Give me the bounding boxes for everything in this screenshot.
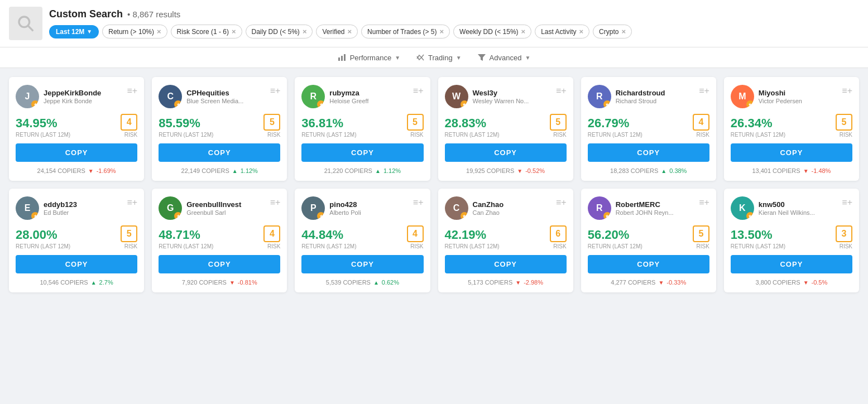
arrow-down-icon: ▼: [229, 280, 235, 286]
return-value: 28.83%: [445, 116, 500, 131]
card-header: C ★ CanZhao Can Zhao ≡+: [445, 196, 567, 220]
filter-weekly-dd[interactable]: Weekly DD (< 15%) ×: [453, 25, 531, 39]
arrow-down-icon: ▼: [803, 280, 809, 286]
filter-return[interactable]: Return (> 10%) ×: [102, 25, 167, 39]
menu-icon[interactable]: ≡+: [699, 86, 709, 96]
filter-risk[interactable]: Risk Score (1 - 6) ×: [171, 25, 242, 39]
copiers-row: 10,546 COPIERS ▲ 2.7%: [16, 279, 137, 286]
menu-icon[interactable]: ≡+: [270, 198, 281, 208]
stats-row: 85.59% RETURN (LAST 12M) 5 RISK: [159, 114, 280, 138]
filter-num-trades-label: Number of Trades (> 5): [367, 28, 437, 36]
filter-last-activity-close-icon[interactable]: ×: [579, 27, 584, 36]
copy-button[interactable]: COPY: [731, 255, 852, 273]
filter-crypto-close-icon[interactable]: ×: [621, 27, 626, 36]
return-value: 26.79%: [588, 116, 642, 131]
realname: Robert JOHN Reyn...: [616, 209, 674, 216]
arrow-down-icon: ▼: [515, 280, 521, 286]
copy-button[interactable]: COPY: [445, 255, 567, 273]
menu-icon[interactable]: ≡+: [556, 198, 567, 208]
filter-weekly-dd-close-icon[interactable]: ×: [521, 27, 526, 36]
menu-icon[interactable]: ≡+: [127, 198, 137, 208]
copy-button[interactable]: COPY: [731, 143, 852, 162]
copy-button[interactable]: COPY: [588, 143, 709, 162]
period-filter-button[interactable]: Last 12M ▼: [49, 25, 99, 39]
filter-daily-dd-label: Daily DD (< 5%): [252, 28, 300, 36]
stats-col-left: 34.95% RETURN (LAST 12M): [16, 116, 70, 138]
filter-risk-close-icon[interactable]: ×: [232, 27, 236, 36]
risk-score: 4: [121, 114, 137, 131]
menu-icon[interactable]: ≡+: [699, 198, 709, 208]
return-value: 56.20%: [588, 228, 642, 242]
copiers-count: 24,154 COPIERS: [37, 167, 85, 174]
stats-row: 34.95% RETURN (LAST 12M) 4 RISK: [16, 114, 137, 138]
filter-crypto-label: Crypto: [599, 28, 618, 36]
avatar: M ★: [731, 85, 754, 108]
copy-button[interactable]: COPY: [301, 143, 423, 162]
arrow-down-icon: ▼: [658, 280, 664, 286]
return-label: RETURN (LAST 12M): [301, 132, 356, 138]
sort-advanced[interactable]: Advanced ▼: [477, 53, 531, 62]
menu-icon[interactable]: ≡+: [270, 86, 281, 96]
stats-row: 36.81% RETURN (LAST 12M) 5 RISK: [301, 114, 423, 138]
copy-button[interactable]: COPY: [445, 143, 567, 162]
bar-chart-icon: [338, 53, 347, 62]
copiers-change: -1.69%: [97, 167, 116, 174]
menu-icon[interactable]: ≡+: [556, 86, 567, 96]
title-row: Custom Search • 8,867 results: [49, 8, 859, 20]
stats-col-right: 4 RISK: [407, 225, 424, 249]
card-user: M ★ Miyoshi Victor Pedersen: [731, 85, 802, 108]
menu-icon[interactable]: ≡+: [842, 198, 852, 208]
filter-verified[interactable]: Verified ×: [316, 25, 358, 39]
username: eddyb123: [44, 200, 77, 209]
copy-button[interactable]: COPY: [16, 143, 137, 162]
avatar: R ★: [301, 85, 325, 108]
copy-button[interactable]: COPY: [588, 255, 709, 273]
filter-daily-dd[interactable]: Daily DD (< 5%) ×: [246, 25, 313, 39]
stats-row: 42.19% RETURN (LAST 12M) 6 RISK: [445, 225, 567, 249]
copy-button[interactable]: COPY: [159, 143, 280, 162]
sort-performance[interactable]: Performance ▼: [338, 53, 400, 62]
svg-marker-5: [478, 54, 486, 61]
card-header: R ★ RobertMERC Robert JOHN Reyn... ≡+: [588, 196, 709, 220]
filter-return-close-icon[interactable]: ×: [157, 27, 161, 36]
copiers-row: 19,925 COPIERS ▼ -0.52%: [445, 167, 567, 174]
avatar: E ★: [16, 196, 39, 220]
stats-row: 44.84% RETURN (LAST 12M) 4 RISK: [301, 225, 423, 249]
filter-verified-close-icon[interactable]: ×: [348, 27, 352, 36]
star-badge: ★: [746, 212, 754, 220]
copiers-count: 13,401 COPIERS: [752, 167, 800, 174]
risk-score: 3: [836, 225, 852, 242]
menu-icon[interactable]: ≡+: [413, 198, 424, 208]
copy-button[interactable]: COPY: [301, 255, 423, 273]
stats-row: 28.83% RETURN (LAST 12M) 5 RISK: [445, 114, 567, 138]
card-header: W ★ Wesl3y Wesley Warren No... ≡+: [445, 85, 567, 108]
card-header: R ★ Richardstroud Richard Stroud ≡+: [588, 85, 709, 108]
copy-button[interactable]: COPY: [159, 255, 280, 273]
return-label: RETURN (LAST 12M): [445, 132, 500, 138]
filter-daily-dd-close-icon[interactable]: ×: [303, 27, 307, 36]
risk-score: 5: [693, 225, 709, 242]
user-info: eddyb123 Ed Butler: [44, 200, 77, 216]
card-user: P ★ pino428 Alberto Poli: [301, 196, 361, 220]
filter-crypto[interactable]: Crypto ×: [593, 25, 632, 39]
copy-button[interactable]: COPY: [16, 255, 137, 273]
menu-icon[interactable]: ≡+: [127, 86, 137, 96]
sort-trading[interactable]: Trading ▼: [416, 53, 462, 62]
trader-card: M ★ Miyoshi Victor Pedersen ≡+ 26.34% RE…: [724, 77, 859, 181]
menu-icon[interactable]: ≡+: [413, 86, 424, 96]
stats-col-right: 5 RISK: [693, 225, 709, 249]
stats-col-right: 3 RISK: [836, 225, 852, 249]
return-value: 28.00%: [16, 228, 70, 242]
menu-icon[interactable]: ≡+: [842, 86, 852, 96]
avatar: J ★: [16, 85, 39, 108]
arrow-up-icon: ▲: [375, 168, 381, 174]
filter-num-trades-close-icon[interactable]: ×: [439, 27, 444, 36]
svg-rect-3: [341, 56, 343, 61]
return-label: RETURN (LAST 12M): [588, 243, 642, 249]
realname: Blue Screen Media...: [186, 98, 243, 104]
search-icon: [17, 15, 35, 32]
filter-num-trades[interactable]: Number of Trades (> 5) ×: [361, 25, 450, 39]
filter-last-activity[interactable]: Last Activity ×: [535, 25, 589, 39]
stats-col-left: 36.81% RETURN (LAST 12M): [301, 116, 356, 138]
realname: Victor Pedersen: [759, 98, 802, 104]
